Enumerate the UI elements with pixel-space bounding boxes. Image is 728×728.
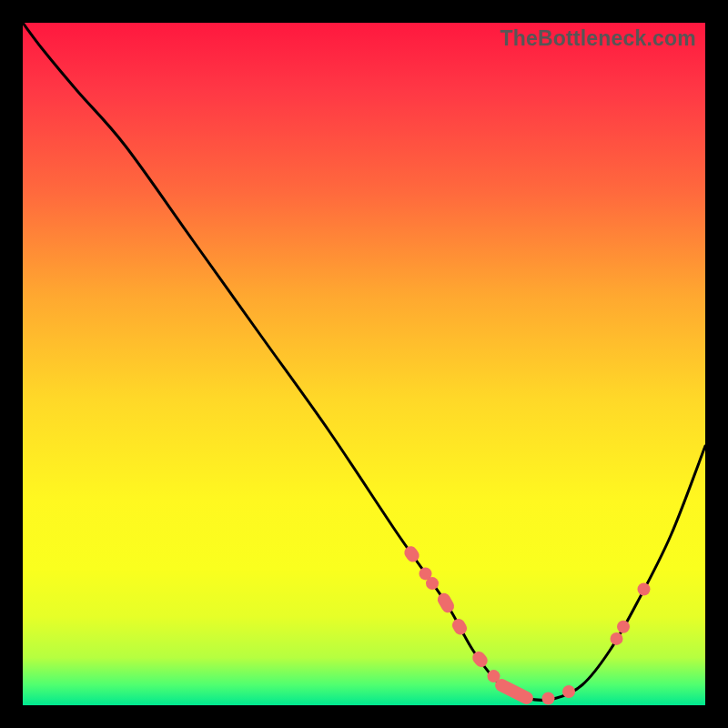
curve-marker-dot: [638, 583, 651, 596]
curve-marker-pill: [402, 544, 422, 565]
curve-marker-dot: [426, 577, 439, 590]
bottleneck-curve: [23, 23, 705, 700]
curve-markers: [402, 544, 651, 705]
watermark-text: TheBottleneck.com: [500, 26, 696, 51]
curve-marker-dot: [542, 693, 555, 705]
curve-marker-dot: [617, 621, 630, 633]
curve-marker-pill: [435, 591, 456, 614]
curve-marker-pill: [450, 617, 469, 638]
curve-marker-pill: [470, 649, 490, 670]
bottleneck-curve-path: [23, 23, 705, 700]
curve-marker-pill: [493, 677, 536, 705]
chart-gradient-background: TheBottleneck.com: [23, 23, 705, 705]
curve-marker-dot: [611, 632, 623, 645]
curve-marker-dot: [420, 567, 432, 580]
curve-marker-dot: [562, 685, 575, 698]
chart-overlay: [23, 23, 705, 705]
curve-marker-dot: [488, 670, 500, 682]
